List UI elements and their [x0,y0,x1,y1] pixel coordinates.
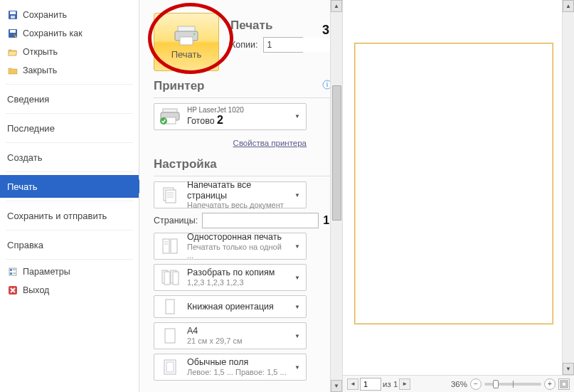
copies-label: Копии: [230,40,257,50]
pages-label: Страницы: [154,216,198,226]
sidebar-item-label: Последние [7,123,55,134]
scroll-down-icon[interactable]: ▼ [563,363,574,375]
options-icon [7,266,18,277]
one-sided-dropdown[interactable]: Односторонная печатьПечатать только на о… [154,233,307,260]
folder-close-icon [7,65,18,76]
sidebar-item-open[interactable]: Открыть [0,43,139,61]
page-next-button[interactable]: ► [399,378,410,390]
svg-rect-37 [165,329,175,343]
zoom-out-button[interactable]: − [470,378,482,390]
print-button-label: Печать [171,49,202,60]
sidebar-item-label: Сохранить и отправить [7,211,107,221]
save-as-icon [7,28,18,39]
zoom-fit-button[interactable] [558,378,570,390]
zoom-slider[interactable] [484,383,541,386]
pages-input[interactable] [202,213,319,228]
annotation-2: 2 [217,114,223,126]
print-button[interactable]: Печать [154,13,219,71]
printer-properties-link[interactable]: Свойства принтера [233,139,307,147]
svg-rect-41 [562,382,566,386]
backstage-sidebar: Сохранить Сохранить как Открыть Закрыть … [0,0,139,392]
pages-stack-icon [159,184,181,206]
zoom-in-button[interactable]: + [544,378,556,390]
scroll-up-icon[interactable]: ▲ [331,0,342,12]
sidebar-item-label: Сохранить как [23,28,83,38]
page-of-label: из 1 [383,380,398,388]
copies-spinner[interactable]: ▲ ▼ [263,37,303,53]
svg-point-14 [193,33,196,35]
margins-icon [159,356,181,378]
collate-dropdown[interactable]: Рaзoбpать по копиям1,2,3 1,2,3 1,2,3 ▼ [154,264,307,291]
print-panel: Печать Печать Копии: ▲ ▼ 3 Принтер i [139,0,342,392]
svg-rect-7 [10,272,12,275]
portrait-icon [159,296,181,317]
sidebar-item-info[interactable]: Сведения [0,88,139,110]
preview-page [354,43,553,324]
sidebar-item-print[interactable]: Печать [0,175,139,198]
printer-dropdown[interactable]: HP LaserJet 1020 Готово 2 ▼ [154,103,307,130]
sidebar-item-close[interactable]: Закрыть [0,61,139,80]
svg-rect-1 [10,11,16,14]
sidebar-item-recent[interactable]: Последние [0,117,139,139]
sidebar-item-label: Печать [7,181,38,192]
preview-scrollbar[interactable]: ▲ ▼ [562,0,574,375]
print-heading: Печать [230,18,332,33]
print-range-dropdown[interactable]: Напечатать все страницыНапечатать весь д… [154,181,307,208]
scroll-thumb[interactable] [332,85,341,221]
page-prev-button[interactable]: ◄ [347,378,358,390]
chevron-down-icon: ▼ [294,113,302,120]
orientation-dropdown[interactable]: Книжная ориентация ▼ [154,295,307,318]
scroll-up-icon[interactable]: ▲ [563,0,574,12]
printer-status-icon [159,106,181,127]
sidebar-item-label: Закрыть [23,65,57,75]
sidebar-item-label: Сохранить [23,10,67,20]
save-icon [7,9,18,21]
one-sided-icon [159,235,181,257]
printer-icon [174,25,199,46]
svg-rect-28 [163,239,169,253]
annotation-3: 3 [322,23,329,38]
svg-rect-35 [173,272,179,285]
page-number-input[interactable] [360,378,381,391]
chevron-down-icon: ▼ [294,364,302,371]
sidebar-item-label: Открыть [23,47,58,57]
svg-rect-29 [171,239,177,253]
chevron-down-icon: ▼ [294,304,302,310]
printer-heading: Принтер i [154,79,332,93]
sidebar-item-save-as[interactable]: Сохранить как [0,24,139,43]
middle-scrollbar[interactable]: ▲ ▼ [330,0,342,392]
chevron-down-icon: ▼ [294,275,302,281]
preview-statusbar: ◄ из 1 ► 36% − + [343,375,574,392]
svg-rect-6 [10,269,12,271]
settings-heading: Настройка [154,157,332,171]
exit-icon [7,285,18,296]
svg-rect-13 [180,37,193,45]
sidebar-item-options[interactable]: Параметры [0,263,139,281]
sidebar-item-new[interactable]: Создать [0,146,139,169]
chevron-down-icon: ▼ [294,243,302,250]
sidebar-item-label: Создать [7,152,42,163]
svg-rect-36 [166,300,174,314]
chevron-down-icon: ▼ [294,333,302,339]
sidebar-item-save[interactable]: Сохранить [0,6,139,24]
folder-open-icon [7,46,18,58]
zoom-slider-knob[interactable] [493,380,499,388]
paper-size-dropdown[interactable]: A421 см x 29,7 см ▼ [154,322,307,349]
sidebar-item-exit[interactable]: Выход [0,281,139,300]
svg-rect-22 [166,190,176,203]
svg-point-20 [160,117,167,125]
svg-rect-33 [164,272,170,285]
sidebar-item-label: Справка [7,240,43,250]
annotation-1: 1 [323,214,329,227]
sidebar-item-help[interactable]: Справка [0,233,139,256]
page-size-icon [159,325,181,346]
chevron-down-icon: ▼ [294,192,302,198]
svg-rect-2 [11,16,15,18]
margins-dropdown[interactable]: Обычные поляЛевое: 1,5 ... Правое: 1,5 .… [154,354,307,381]
scroll-down-icon[interactable]: ▼ [331,380,342,392]
collate-icon [159,267,181,288]
print-preview: ▲ ▼ ◄ из 1 ► 36% − + [342,0,574,392]
sidebar-item-save-send[interactable]: Сохранить и отправить [0,204,139,227]
printer-name: HP LaserJet 1020 [187,106,289,115]
svg-text:i: i [326,81,329,88]
